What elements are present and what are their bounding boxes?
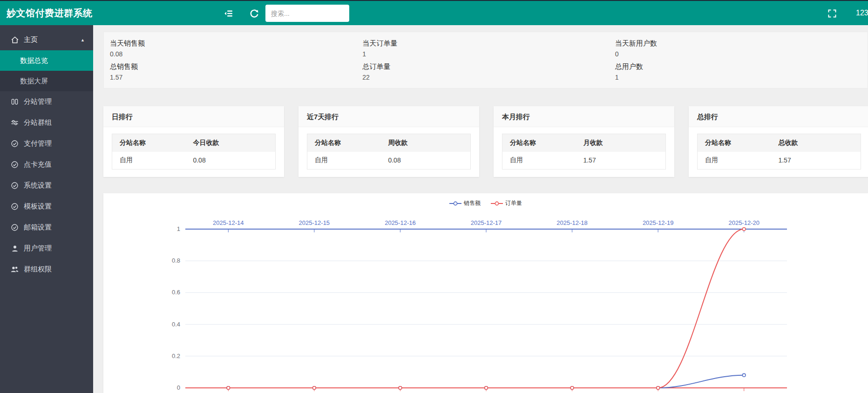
sidebar-item-label: 分站群组 [24,118,52,127]
svg-text:2025-12-14: 2025-12-14 [213,219,244,226]
stat-value: 0.08 [110,50,362,58]
sidebar-item-substation-groups[interactable]: 分站群组 [0,112,93,133]
main-content: 当天销售额 0.08 当天订单量 1 当天新用户数 0 总销售额 1.57 总订… [93,25,868,393]
sidebar-item-label: 邮箱设置 [24,223,52,232]
cell-site-name: 自用 [698,152,771,169]
ranking-cards: 日排行 分站名称今日收款 自用0.08 近7天排行 分站名称周收款 自用0.08… [103,106,868,177]
cell-amount: 0.08 [185,152,275,169]
sidebar-item-data-overview[interactable]: 数据总览 [0,50,93,71]
column-header: 总收款 [771,134,861,152]
stat-total-sales: 总销售额 1.57 [110,60,362,83]
rank-table: 分站名称总收款 自用1.57 [697,134,861,169]
sidebar-item-data-screen[interactable]: 数据大屏 [0,71,93,91]
stat-label: 当天销售额 [110,39,362,48]
sidebar-item-group-permissions[interactable]: 群组权限 [0,259,93,280]
stat-label: 总订单量 [362,62,615,71]
collapse-menu-icon[interactable] [224,8,234,19]
stat-value: 0 [615,50,868,58]
legend-item-orders[interactable]: 订单量 [491,199,522,207]
fullscreen-icon[interactable] [827,8,837,19]
svg-text:1: 1 [177,225,180,232]
sliders-icon [10,118,19,127]
refresh-icon[interactable] [249,8,259,19]
sidebar-item-label: 数据总览 [20,56,48,65]
column-header: 月收款 [576,134,665,152]
cell-amount: 0.08 [380,152,470,169]
user-icon [10,244,19,253]
stat-value: 22 [362,74,615,81]
stat-value: 1 [615,74,868,81]
sales-chart-card: 销售额 订单量 00.20.40.60.812025-12-142025-12-… [103,193,868,393]
legend-line-marker [449,201,461,206]
svg-text:2025-12-19: 2025-12-19 [643,219,674,226]
line-chart: 00.20.40.60.812025-12-142025-12-142025-1… [103,193,868,393]
sidebar-nav: 主页 ▲ 数据总览 数据大屏 分站管理 分站群组 支付管理 点卡充值 系统设置 … [0,25,93,393]
table-row: 自用1.57 [698,152,861,169]
column-header: 分站名称 [698,134,771,152]
sidebar-item-label: 主页 [24,35,38,44]
column-header: 今日收款 [185,134,275,152]
rank-card-title: 总排行 [689,106,868,127]
cell-site-name: 自用 [502,152,576,169]
table-row: 自用0.08 [112,152,276,169]
sidebar-item-payment-manage[interactable]: 支付管理 [0,133,93,154]
column-header: 周收款 [380,134,470,152]
circle-check-icon [10,202,19,211]
sidebar-item-label: 群组权限 [24,265,52,274]
stat-today-orders: 当天订单量 1 [362,37,615,60]
rank-table: 分站名称月收款 自用1.57 [502,134,666,169]
cell-site-name: 自用 [307,152,381,169]
sidebar-item-label: 支付管理 [24,139,52,148]
legend-label: 销售额 [464,199,481,207]
chevron-up-icon: ▲ [81,38,85,42]
stat-value: 1 [362,50,615,58]
column-header: 分站名称 [307,134,381,152]
sidebar-item-label: 点卡充值 [24,160,52,169]
legend-line-marker [491,201,503,206]
stat-total-orders: 总订单量 22 [362,60,615,83]
cell-site-name: 自用 [112,152,186,169]
sidebar-item-card-recharge[interactable]: 点卡充值 [0,154,93,175]
sidebar-item-substation-manage[interactable]: 分站管理 [0,91,93,112]
circle-check-icon [10,160,19,169]
column-header: 分站名称 [502,134,576,152]
rank-card-total: 总排行 分站名称总收款 自用1.57 [689,106,868,177]
sidebar-item-home[interactable]: 主页 ▲ [0,29,93,50]
legend-item-sales[interactable]: 销售额 [449,199,481,207]
sidebar-item-label: 模板设置 [24,202,52,211]
stat-total-users: 总用户数 1 [615,60,868,83]
svg-text:0.2: 0.2 [172,352,180,359]
sidebar-item-user-manage[interactable]: 用户管理 [0,238,93,259]
user-account-text[interactable]: 12345 [856,1,868,25]
sidebar-item-label: 用户管理 [24,244,52,253]
app-title: 妙文馆付费进群系统 [7,1,93,25]
stat-label: 总销售额 [110,62,362,71]
rank-card-title: 近7天排行 [298,106,479,127]
sidebar-item-template-settings[interactable]: 模板设置 [0,196,93,217]
rank-card-7days: 近7天排行 分站名称周收款 自用0.08 [298,106,479,177]
column-header: 分站名称 [112,134,186,152]
sidebar-item-mail-settings[interactable]: 邮箱设置 [0,217,93,238]
table-row: 自用1.57 [502,152,666,169]
svg-text:0: 0 [177,384,180,391]
circle-check-icon [10,223,19,232]
stat-value: 1.57 [110,74,362,81]
rank-card-title: 日排行 [103,106,284,127]
svg-text:2025-12-17: 2025-12-17 [471,219,502,226]
search-input[interactable] [265,5,349,22]
sidebar-item-system-settings[interactable]: 系统设置 [0,175,93,196]
chart-legend: 销售额 订单量 [103,199,868,207]
stat-label: 当天订单量 [362,39,615,48]
users-icon [10,265,19,274]
sidebar-item-label: 数据大屏 [20,77,48,86]
window-top-strip [0,0,868,1]
circle-check-icon [10,139,19,148]
stat-today-new-users: 当天新用户数 0 [615,37,868,60]
svg-text:2025-12-20: 2025-12-20 [728,219,760,226]
home-icon [10,35,19,44]
rank-table: 分站名称周收款 自用0.08 [307,134,471,169]
stat-label: 当天新用户数 [615,39,868,48]
cell-amount: 1.57 [771,152,861,169]
svg-text:0.6: 0.6 [172,289,180,296]
app-header: 妙文馆付费进群系统 12345 [0,1,868,25]
